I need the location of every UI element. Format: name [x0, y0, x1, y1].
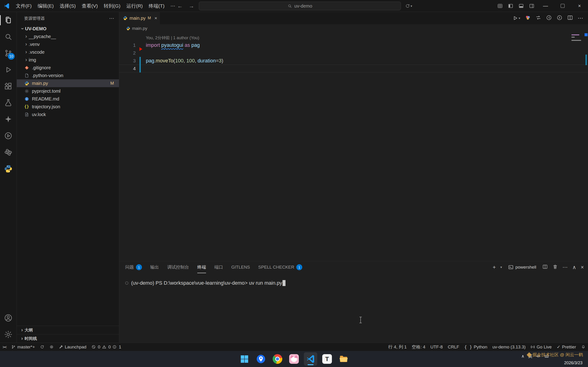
- typora-button[interactable]: T: [320, 352, 334, 366]
- panel-more-actions-icon[interactable]: ⋯: [562, 264, 568, 270]
- problems-item[interactable]: 0 0 1: [89, 343, 124, 351]
- terminal-shell-item[interactable]: powershell: [508, 265, 536, 270]
- activity-extensions-icon[interactable]: [0, 78, 17, 94]
- activity-python-icon[interactable]: [0, 161, 17, 177]
- panel-tab-gitlens[interactable]: GITLENS: [231, 261, 250, 273]
- settings-gear-icon[interactable]: [0, 326, 17, 343]
- activity-run-circle-icon[interactable]: [0, 127, 17, 144]
- panel-tab-spell-checker[interactable]: SPELL CHECKER 1: [258, 261, 302, 273]
- toggle-sidebar-icon[interactable]: [505, 0, 516, 12]
- code-editor[interactable]: You, 2分钟前 | 1 author (You) 1import pyaut…: [119, 33, 588, 261]
- panel-tab-problems[interactable]: 问题 1: [125, 261, 142, 273]
- activity-run-debug-icon[interactable]: [0, 61, 17, 78]
- open-changes-icon[interactable]: [536, 15, 541, 22]
- maximize-button[interactable]: [554, 0, 571, 12]
- tab-main-py[interactable]: main.py M ×: [119, 12, 160, 24]
- terminal-profile-chevron-icon[interactable]: ▾: [500, 265, 502, 269]
- activity-testing-icon[interactable]: [0, 94, 17, 111]
- panel-tab-debug-console[interactable]: 调试控制台: [167, 261, 189, 273]
- vscode-taskbar-button[interactable]: [304, 352, 317, 366]
- gitlens-launchpad-item[interactable]: Launchpad: [56, 343, 89, 351]
- run-python-file-button[interactable]: ▾: [512, 15, 520, 21]
- code-line[interactable]: 3pag.moveTo(100, 100, duration=3): [119, 57, 588, 65]
- hidden-icons-chevron-icon[interactable]: ∧: [521, 354, 524, 359]
- codelens[interactable]: You, 2分钟前 | 1 author (You): [119, 34, 588, 41]
- minimize-button[interactable]: —: [537, 0, 554, 12]
- explorer-more-actions-icon[interactable]: ⋯: [109, 15, 114, 21]
- go-forward-icon[interactable]: →: [187, 3, 195, 9]
- panel-tab-terminal[interactable]: 终端: [197, 261, 206, 273]
- go-forward-circle-icon[interactable]: [556, 15, 562, 22]
- activity-source-control-icon[interactable]: 10: [0, 45, 17, 61]
- tree-item-pycache[interactable]: › __pycache__: [17, 33, 119, 40]
- eol-item[interactable]: CRLF: [445, 343, 462, 351]
- maps-app-button[interactable]: [254, 352, 268, 366]
- command-center-search[interactable]: uv-demo: [199, 2, 401, 10]
- code-line[interactable]: 1import pyautogui as pag: [119, 41, 588, 49]
- tree-item-img[interactable]: › img: [17, 56, 119, 64]
- menu-selection[interactable]: 选择(S): [57, 1, 79, 10]
- tree-item-vscode[interactable]: › .vscode: [17, 48, 119, 56]
- code-line[interactable]: 2: [119, 49, 588, 57]
- tree-item-readme[interactable]: README.md: [17, 95, 119, 103]
- kill-terminal-icon[interactable]: [552, 264, 558, 271]
- windows-start-button[interactable]: [238, 352, 251, 366]
- minimap[interactable]: [571, 34, 582, 42]
- chrome-button[interactable]: [271, 352, 284, 366]
- account-icon[interactable]: [0, 310, 17, 326]
- customize-layout-icon[interactable]: [495, 0, 505, 12]
- more-actions-icon[interactable]: ⋯: [578, 15, 583, 21]
- activity-search-icon[interactable]: [0, 28, 17, 45]
- status-extension-icon[interactable]: [47, 343, 56, 351]
- go-back-circle-icon[interactable]: [546, 15, 552, 22]
- go-back-icon[interactable]: ←: [176, 3, 184, 9]
- outline-section[interactable]: › 大纲: [17, 326, 119, 334]
- split-editor-icon[interactable]: [567, 15, 573, 22]
- git-sync-item[interactable]: [37, 343, 47, 351]
- tree-item-project-root[interactable]: › UV-DEMO: [17, 25, 119, 33]
- git-branch-item[interactable]: master*+: [9, 343, 37, 351]
- close-button[interactable]: ×: [571, 0, 588, 12]
- tree-item-trajectory-json[interactable]: {} trajectory.json: [17, 103, 119, 110]
- close-panel-icon[interactable]: ×: [581, 264, 584, 270]
- menu-view[interactable]: 查看(V): [79, 1, 101, 10]
- taskbar-clock[interactable]: 2026/3/23: [564, 361, 582, 365]
- code-line[interactable]: 4: [119, 65, 588, 73]
- timeline-section[interactable]: › 时间线: [17, 334, 119, 343]
- tree-item-main-py[interactable]: main.py M: [17, 79, 119, 87]
- new-terminal-icon[interactable]: +: [493, 264, 496, 270]
- tree-item-gitignore[interactable]: .gitignore: [17, 64, 119, 72]
- task-runner-icon[interactable]: ▾: [405, 3, 412, 8]
- tree-item-uv-lock[interactable]: uv.lock: [17, 110, 119, 118]
- ime-indicator[interactable]: 英: [528, 353, 532, 359]
- tree-item-pyproject-toml[interactable]: pyproject.toml: [17, 87, 119, 95]
- cat-app-button[interactable]: [287, 352, 301, 366]
- go-live-item[interactable]: Go Live: [528, 343, 554, 351]
- tree-item-venv[interactable]: › .venv: [17, 40, 119, 48]
- notifications-item[interactable]: [579, 343, 588, 351]
- maximize-panel-icon[interactable]: ∧: [572, 264, 576, 270]
- prettier-item[interactable]: ✓ Prettier: [554, 343, 579, 351]
- activity-sparkle-extension-icon[interactable]: [0, 111, 17, 127]
- breadcrumb-item[interactable]: main.py: [132, 26, 147, 31]
- language-mode-item[interactable]: { } Python: [462, 343, 490, 351]
- tree-item-python-version[interactable]: .python-version: [17, 72, 119, 79]
- menu-go[interactable]: 转到(G): [101, 1, 123, 10]
- panel-tab-ports[interactable]: 端口: [214, 261, 223, 273]
- menu-file[interactable]: 文件(F): [13, 1, 35, 10]
- remote-indicator[interactable]: ><: [0, 343, 9, 351]
- menu-edit[interactable]: 编辑(E): [35, 1, 57, 10]
- command-decoration-icon[interactable]: [125, 282, 128, 285]
- file-explorer-button[interactable]: [337, 352, 350, 366]
- menu-run[interactable]: 运行(R): [123, 1, 146, 10]
- tab-close-icon[interactable]: ×: [153, 15, 158, 21]
- terminal[interactable]: (uv-demo) PS D:\workspace\vue-learning\u…: [119, 273, 588, 343]
- indentation-item[interactable]: 空格: 4: [409, 343, 428, 351]
- cursor-position-item[interactable]: 行 4, 列 1: [386, 343, 409, 351]
- toggle-panel-icon[interactable]: [516, 0, 527, 12]
- panel-tab-output[interactable]: 输出: [150, 261, 159, 273]
- keyboard-icon[interactable]: [544, 354, 549, 359]
- toggle-secondary-sidebar-icon[interactable]: [527, 0, 537, 12]
- encoding-item[interactable]: UTF-8: [428, 343, 445, 351]
- python-env-item[interactable]: uv-demo (3.13.3): [490, 343, 528, 351]
